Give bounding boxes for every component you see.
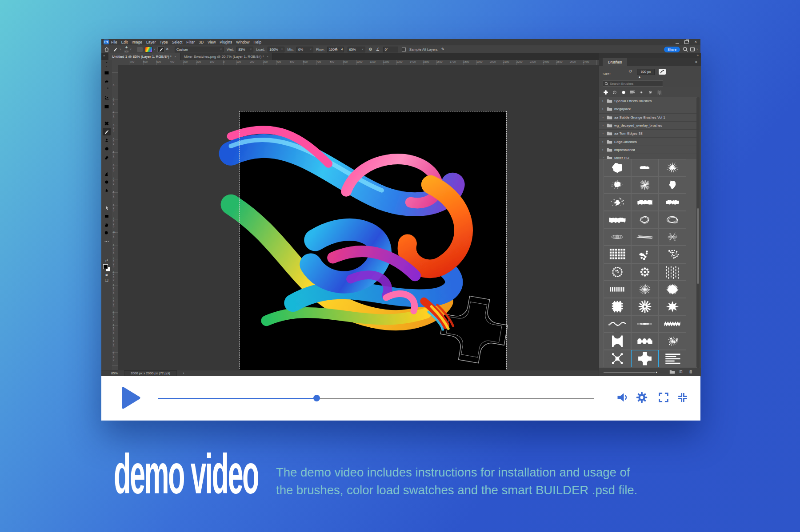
brush-load-swatch[interactable]: ˅ xyxy=(145,45,156,53)
brush-thumbnail-dotted-line[interactable] xyxy=(631,315,659,333)
size-slider-thumb[interactable]: ▲ xyxy=(638,75,641,78)
share-button[interactable]: Share xyxy=(664,47,680,52)
progress-knob[interactable] xyxy=(313,395,320,401)
field-load[interactable]: 100%˅ xyxy=(268,47,284,52)
tab-brushes[interactable]: Brushes xyxy=(603,58,627,66)
brush-settings-toggle[interactable] xyxy=(137,45,143,53)
brush-folder-special-effects-brushes[interactable]: › Special Effects Brushes xyxy=(599,97,697,105)
foreground-background-swatches[interactable] xyxy=(103,264,110,271)
brush-folder-edge-brushes[interactable]: › Edge-Brushes xyxy=(599,138,697,146)
brush-thumbnail-cross-concave[interactable] xyxy=(631,350,659,367)
tool-dodge[interactable] xyxy=(103,179,111,186)
tool-type[interactable] xyxy=(103,195,111,203)
brush-folder-aa-subtle-grunge-brushes-vol-1[interactable]: › aa-Subtle Grunge Brushes Vol 1 xyxy=(599,114,697,122)
menu-view[interactable]: View xyxy=(208,40,216,44)
field-wet[interactable]: 85%˅ xyxy=(236,47,253,52)
brush-thumbnail-asterisk-dots[interactable] xyxy=(659,333,686,350)
play-button[interactable] xyxy=(122,387,140,409)
pressure-icon[interactable]: ◐ xyxy=(341,45,344,53)
recent-brush-cross-concave[interactable] xyxy=(602,89,610,96)
tool-gradient[interactable] xyxy=(103,162,111,169)
menu-edit[interactable]: Edit xyxy=(121,40,128,44)
tool-pen[interactable] xyxy=(103,187,111,195)
menu-image[interactable]: Image xyxy=(132,40,142,44)
menu-filter[interactable]: Filter xyxy=(186,40,195,44)
quick-mask-icon[interactable]: ◙ xyxy=(101,273,112,277)
chevron-icon[interactable]: › xyxy=(602,140,605,144)
settings-gear-icon[interactable] xyxy=(636,391,648,404)
size-input[interactable]: 500 px xyxy=(637,69,655,75)
recent-brush-asterisk-dots[interactable] xyxy=(646,89,654,96)
close-button-icon[interactable]: × xyxy=(694,40,698,44)
status-chevron-icon[interactable]: › xyxy=(183,371,184,375)
brush-thumbnail-ray-burst[interactable] xyxy=(631,298,659,315)
menu-3d[interactable]: 3D xyxy=(199,40,204,44)
brush-thumbnail-ellipse-rings[interactable] xyxy=(604,228,631,246)
canvas-document[interactable] xyxy=(240,111,506,377)
brush-thumbnail-h-cutout[interactable] xyxy=(604,333,631,350)
fullscreen-icon[interactable] xyxy=(657,391,670,404)
brush-thumbnail-ragged-diamond[interactable] xyxy=(659,176,686,194)
airbrush-icon[interactable]: ✐ xyxy=(334,45,338,53)
tool-smudge[interactable] xyxy=(103,170,111,178)
menu-plugins[interactable]: Plugins xyxy=(220,40,232,44)
home-icon[interactable] xyxy=(104,47,109,52)
menu-type[interactable]: Type xyxy=(160,40,168,44)
brush-thumbnail-needle-cross[interactable] xyxy=(659,228,686,246)
menu-window[interactable]: Window xyxy=(236,40,249,44)
recent-brush-line-stack[interactable] xyxy=(628,89,636,96)
recent-brush-dotted-ring[interactable] xyxy=(611,89,619,96)
tool-history-brush[interactable] xyxy=(103,145,111,152)
brush-thumbnail-zigzag-line[interactable] xyxy=(659,315,686,333)
tool-more[interactable] xyxy=(103,238,111,245)
brush-thumbnail-scribble-loops[interactable] xyxy=(659,211,686,228)
tool-path-select[interactable] xyxy=(103,204,111,211)
tool-healing-brush[interactable] xyxy=(103,119,111,127)
recent-brush-blob[interactable] xyxy=(620,89,628,96)
brush-thumbnail-splat[interactable] xyxy=(604,194,631,211)
search-icon[interactable] xyxy=(683,47,688,52)
brush-thumbnail-x-cutout[interactable] xyxy=(604,350,631,367)
brush-thumbnail-thin-star[interactable] xyxy=(631,281,659,298)
workspace-chevron-icon[interactable]: ˅ xyxy=(696,48,698,51)
size-reset-icon[interactable]: ↺ xyxy=(628,69,632,74)
screen-mode-icon[interactable]: ❏ xyxy=(101,278,112,282)
swap-colors-icon[interactable]: ⇄ xyxy=(101,258,112,262)
brush-thumbnail-feather-stroke[interactable] xyxy=(604,211,631,228)
clean-brush-icon[interactable]: ✕ xyxy=(166,45,169,53)
brush-thumbnail-bar-row[interactable] xyxy=(604,281,631,298)
panel-menu-icon[interactable]: ≡ xyxy=(695,60,697,64)
size-slider[interactable] xyxy=(603,77,652,77)
exit-fullscreen-icon[interactable] xyxy=(676,391,689,404)
chevron-icon[interactable]: › xyxy=(602,115,605,119)
brush-thumbnail-fan-rays[interactable] xyxy=(631,176,659,194)
brush-thumbnail-speckle-blob[interactable] xyxy=(604,176,631,194)
brush-thumbnail-rough-stroke[interactable] xyxy=(631,194,659,211)
brush-folder-impressionist[interactable]: › impressionist xyxy=(599,146,697,154)
restore-button-icon[interactable] xyxy=(684,40,688,44)
tool-crop[interactable] xyxy=(103,94,111,102)
recent-brush-dash-columns[interactable] xyxy=(655,89,663,96)
thumbnail-slider-thumb[interactable]: ▲ xyxy=(655,371,658,373)
thumbnail-size-slider[interactable] xyxy=(604,372,655,373)
brush-thumbnail-sketch-lines[interactable] xyxy=(631,228,659,246)
tab-close-icon[interactable]: × xyxy=(174,55,176,59)
tool-quick-select[interactable] xyxy=(103,86,111,93)
menu-select[interactable]: Select xyxy=(172,40,183,44)
sample-all-layers-checkbox[interactable] xyxy=(402,48,406,52)
preset-combo[interactable]: Custom˅ xyxy=(175,45,224,53)
document-size-readout[interactable]: 2000 px x 2000 px (72 ppi) xyxy=(124,370,177,376)
brush-thumbnail-dots-large[interactable] xyxy=(631,246,659,263)
tool-zoom[interactable] xyxy=(103,229,111,237)
tool-preset-picker[interactable]: ˅ xyxy=(112,45,121,53)
mixer-brush-icon[interactable] xyxy=(157,45,164,53)
tool-marquee[interactable] xyxy=(103,69,111,76)
chevron-icon[interactable]: › xyxy=(602,148,605,152)
brush-thumbnail-sunburst[interactable] xyxy=(659,281,686,298)
tab-close-icon[interactable]: × xyxy=(267,55,269,59)
tool-eyedropper[interactable] xyxy=(103,111,111,119)
brush-folder-megapack[interactable]: › megapack xyxy=(599,105,697,113)
delete-brush-icon[interactable]: 🗑 xyxy=(689,369,693,374)
brush-thumbnail-dotted-ring[interactable] xyxy=(604,263,631,281)
workspace-icon[interactable] xyxy=(690,47,695,52)
